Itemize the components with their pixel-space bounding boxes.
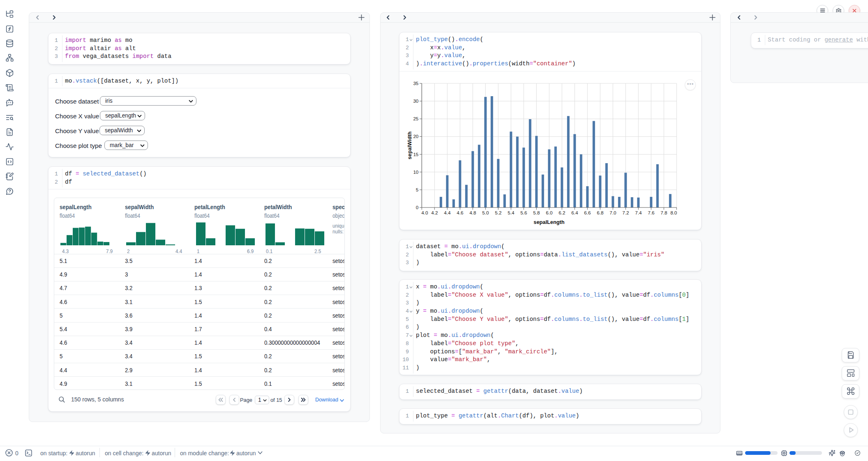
svg-text:7.2: 7.2 xyxy=(622,210,629,215)
svg-text:5.6: 5.6 xyxy=(520,210,527,215)
svg-text:5: 5 xyxy=(416,187,418,192)
svg-text:4.2: 4.2 xyxy=(431,210,438,215)
svg-text:4.4: 4.4 xyxy=(444,210,451,215)
svg-text:6.4: 6.4 xyxy=(571,210,578,215)
svg-text:6.8: 6.8 xyxy=(597,210,603,215)
svg-text:4.8: 4.8 xyxy=(469,210,476,215)
svg-text:7.8: 7.8 xyxy=(660,210,667,215)
svg-text:6.0: 6.0 xyxy=(546,210,552,215)
svg-text:sepalLength: sepalLength xyxy=(533,219,565,225)
svg-text:7.0: 7.0 xyxy=(609,210,616,215)
svg-text:5.0: 5.0 xyxy=(482,210,489,215)
svg-text:4.0: 4.0 xyxy=(421,210,428,215)
svg-text:sepalWidth: sepalWidth xyxy=(406,131,413,159)
svg-text:7.6: 7.6 xyxy=(648,210,654,215)
svg-text:5.8: 5.8 xyxy=(533,210,540,215)
svg-text:5.4: 5.4 xyxy=(508,210,515,215)
svg-text:30: 30 xyxy=(413,98,418,104)
svg-text:8.0: 8.0 xyxy=(670,210,677,215)
svg-text:25: 25 xyxy=(413,116,418,121)
svg-text:10: 10 xyxy=(413,169,418,175)
svg-text:0: 0 xyxy=(416,205,418,210)
svg-text:5.2: 5.2 xyxy=(495,210,501,215)
svg-text:7.4: 7.4 xyxy=(635,210,642,215)
svg-text:20: 20 xyxy=(413,134,418,139)
svg-text:6.2: 6.2 xyxy=(559,210,565,215)
svg-text:35: 35 xyxy=(413,81,418,86)
svg-text:4.6: 4.6 xyxy=(457,210,463,215)
svg-text:15: 15 xyxy=(413,152,418,157)
svg-text:6.6: 6.6 xyxy=(584,210,591,215)
